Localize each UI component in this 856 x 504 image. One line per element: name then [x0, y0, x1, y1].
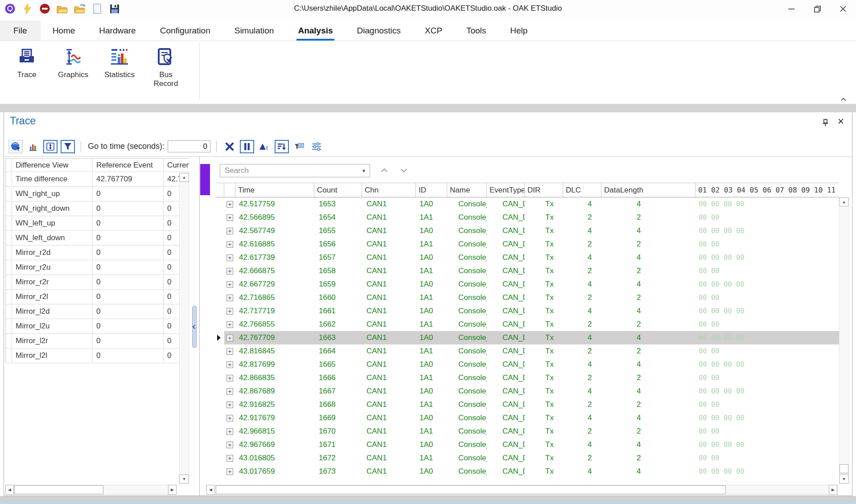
trace-header-count[interactable]: Count	[314, 183, 362, 197]
trace-header-time[interactable]: Time	[235, 183, 314, 197]
trace-row[interactable]: +42.7677091663CAN11A0Console_1CAN_DataTx…	[215, 331, 839, 344]
trace-row[interactable]: +42.6677291659CAN11A0Console_1CAN_DataTx…	[215, 278, 839, 291]
menu-tab-diagnostics[interactable]: Diagnostics	[345, 20, 413, 41]
trace-row[interactable]: +42.9676691671CAN11A0Console_1CAN_DataTx…	[215, 438, 839, 451]
pin-icon[interactable]	[822, 119, 830, 127]
menu-tab-home[interactable]: Home	[41, 20, 87, 41]
diff-scroll-left-icon[interactable]: ◀	[5, 485, 14, 495]
diff-scroll-down-icon[interactable]: ▼	[179, 475, 189, 484]
trace-header-chn[interactable]: Chn	[362, 183, 416, 197]
expand-icon[interactable]: +	[226, 388, 233, 395]
columns-settings-icon[interactable]	[309, 140, 324, 153]
expand-icon[interactable]: +	[226, 241, 233, 248]
goto-time-input[interactable]	[168, 140, 210, 152]
search-input[interactable]	[220, 166, 358, 175]
diff-header-current[interactable]: Current Event	[164, 159, 189, 172]
ribbon-button-bus-record[interactable]: Bus Record	[143, 47, 189, 88]
ribbon-button-statistics[interactable]: Statistics	[96, 47, 143, 88]
trace-scroll-down-icon[interactable]: ▼	[839, 474, 849, 484]
expand-icon[interactable]: +	[226, 361, 233, 368]
difference-row[interactable]: WN_right_down00	[6, 201, 189, 216]
trace-header-dir[interactable]: DIR	[525, 183, 563, 197]
trace-row[interactable]: +43.0168051672CAN11A1Console_2CAN_DataTx…	[215, 451, 839, 465]
expand-icon[interactable]: +	[226, 228, 233, 234]
menu-tab-tools[interactable]: Tools	[454, 20, 498, 41]
diff-scroll-up-icon[interactable]: ▲	[179, 173, 189, 182]
sort-down-icon[interactable]	[275, 140, 289, 153]
expand-icon[interactable]: +	[226, 375, 233, 381]
find-previous-icon[interactable]	[380, 166, 389, 175]
difference-row[interactable]: Mirror_l2l00	[6, 348, 189, 363]
trace-header-name[interactable]: Name	[447, 183, 487, 197]
filter-icon[interactable]	[61, 140, 75, 153]
menu-tab-analysis[interactable]: Analysis	[286, 20, 345, 41]
menu-tab-simulation[interactable]: Simulation	[222, 20, 286, 41]
menu-tab-xcp[interactable]: XCP	[413, 20, 454, 41]
trace-header-eventtype[interactable]: EventType	[487, 183, 525, 197]
trace-row[interactable]: +42.7168651660CAN11A1Console_2CAN_DataTx…	[215, 291, 839, 304]
trace-scroll-right-icon[interactable]: ▶	[829, 485, 837, 495]
trace-header-id[interactable]: ID	[416, 183, 447, 197]
difference-row[interactable]: Mirror_r2u00	[6, 260, 189, 275]
trace-row[interactable]: +42.8176991665CAN11A0Console_1CAN_DataTx…	[215, 358, 839, 371]
trace-scroll-up-icon[interactable]: ▲	[839, 197, 849, 206]
difference-row[interactable]: Mirror_r2l00	[6, 290, 189, 304]
clear-icon[interactable]	[222, 140, 237, 153]
trace-row[interactable]: +42.7668551662CAN11A1Console_2CAN_DataTx…	[215, 318, 839, 331]
diff-vertical-scrollbar[interactable]	[179, 173, 189, 484]
difference-row[interactable]: Mirror_l2u00	[6, 319, 189, 334]
trace-row[interactable]: +42.8668351666CAN11A1Console_2CAN_DataTx…	[215, 371, 839, 385]
diff-scroll-right-icon[interactable]: ▶	[168, 485, 177, 495]
difference-row[interactable]: Mirror_r2r00	[6, 275, 189, 290]
autoscroll-icon[interactable]	[43, 140, 58, 153]
trace-row[interactable]: +42.6668751658CAN11A1Console_2CAN_DataTx…	[215, 264, 839, 278]
expand-icon[interactable]: +	[226, 268, 233, 275]
bar-chart-icon[interactable]	[26, 140, 40, 153]
trace-header-hex-bytes[interactable]: 01 02 03 04 05 06 07 08 09 10 11	[696, 183, 839, 197]
trace-view-icon[interactable]	[8, 140, 23, 153]
expand-icon[interactable]: +	[226, 428, 233, 435]
diff-header-name[interactable]: Difference View	[12, 159, 93, 172]
expand-icon[interactable]: +	[226, 308, 233, 315]
expand-icon[interactable]: +	[226, 295, 233, 301]
trace-row[interactable]: +42.5677491655CAN11A0Console_1CAN_DataTx…	[215, 224, 839, 238]
search-dropdown-icon[interactable]: ▼	[358, 168, 370, 173]
trace-row[interactable]: +42.8676891667CAN11A0Console_1CAN_DataTx…	[215, 385, 839, 398]
trace-row[interactable]: +42.8168451664CAN11A1Console_2CAN_DataTx…	[215, 344, 839, 358]
expand-icon[interactable]: +	[226, 348, 233, 355]
trace-row[interactable]: +42.5668951654CAN11A1Console_2CAN_DataTx…	[215, 211, 839, 224]
difference-row[interactable]: WN_left_up00	[6, 216, 189, 231]
expand-icon[interactable]: +	[226, 402, 233, 408]
expand-icon[interactable]: +	[226, 415, 233, 422]
difference-row[interactable]: Mirror_l2d00	[6, 304, 189, 319]
trace-hscroll-thumb[interactable]	[216, 485, 726, 494]
diff-hscroll-thumb[interactable]	[14, 485, 103, 494]
menu-tab-configuration[interactable]: Configuration	[148, 20, 222, 41]
close-panel-icon[interactable]: ✕	[836, 117, 845, 126]
ribbon-button-graphics[interactable]: Graphics	[50, 47, 96, 88]
menu-tab-file[interactable]: File	[0, 20, 41, 41]
expand-icon[interactable]: +	[226, 335, 233, 341]
expand-icon[interactable]: +	[226, 201, 233, 208]
menu-tab-help[interactable]: Help	[498, 20, 539, 41]
trace-vscroll-thumb[interactable]	[840, 464, 848, 473]
find-next-icon[interactable]	[400, 166, 409, 175]
trace-row[interactable]: +43.0176591673CAN11A0Console_1CAN_DataTx…	[215, 465, 839, 478]
trace-vertical-scrollbar[interactable]	[839, 197, 849, 484]
trace-row[interactable]: +42.9668151670CAN11A1Console_2CAN_DataTx…	[215, 425, 839, 438]
restore-button[interactable]	[804, 0, 830, 18]
trace-scroll-left-icon[interactable]: ◀	[206, 485, 215, 495]
trace-row[interactable]: +42.5177591653CAN11A0Console_1CAN_DataTx…	[215, 197, 839, 211]
expand-icon[interactable]: +	[226, 321, 233, 328]
trace-header-dlc[interactable]: DLC	[563, 183, 601, 197]
trace-row[interactable]: +42.9168251668CAN11A1Console_2CAN_DataTx…	[215, 398, 839, 411]
difference-row[interactable]: Time difference42.76770942.767709	[6, 172, 189, 187]
difference-row[interactable]: WN_right_up00	[6, 187, 189, 201]
expand-icon[interactable]: +	[226, 442, 233, 448]
expand-icon[interactable]: +	[226, 468, 233, 475]
trace-row[interactable]: +42.7177191661CAN11A0Console_1CAN_DataTx…	[215, 304, 839, 318]
trace-row[interactable]: +42.6177391657CAN11A0Console_1CAN_DataTx…	[215, 251, 839, 264]
difference-row[interactable]: WN_left_down00	[6, 231, 189, 246]
expand-icon[interactable]: +	[226, 254, 233, 261]
ribbon-button-trace[interactable]: Trace	[4, 47, 50, 88]
